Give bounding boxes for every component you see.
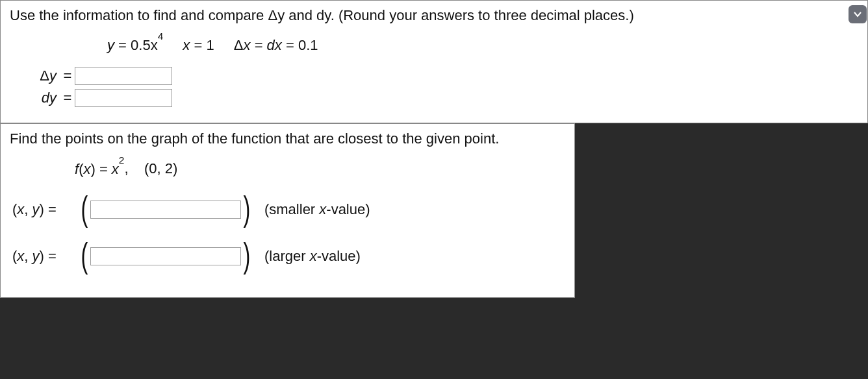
eq-y-exp: 4 bbox=[158, 31, 164, 42]
equals-sign: = bbox=[44, 248, 57, 264]
paren-close: ) bbox=[244, 191, 251, 226]
hint-smaller: (smaller x-value)(smaller x-value) bbox=[264, 201, 370, 218]
paren-open: ( bbox=[81, 191, 88, 226]
given-point: (0, 2) bbox=[144, 161, 177, 177]
answer-row-larger: (x, y) = ( ) (larger x-value)(larger x-v… bbox=[10, 239, 565, 274]
problem-2-instructions: Find the points on the graph of the func… bbox=[10, 130, 565, 147]
equals-sign: = bbox=[44, 201, 57, 217]
equals-sign: = bbox=[60, 90, 75, 106]
hint-larger: (larger x-value)(larger x-value) bbox=[264, 248, 361, 265]
input-point-larger[interactable] bbox=[90, 247, 241, 265]
paren-close: ) bbox=[244, 238, 251, 273]
paren-open: ( bbox=[81, 238, 88, 273]
eq-x: x x = 1= 1 bbox=[183, 37, 214, 53]
answer-row-dy: dy = bbox=[14, 89, 858, 107]
problem-2: Find the points on the graph of the func… bbox=[0, 123, 575, 297]
chevron-down-icon bbox=[852, 9, 863, 19]
eq-dx: Δx = dx = 0.1Δx = dx = 0.1 bbox=[234, 37, 318, 53]
equals-sign: = bbox=[60, 67, 75, 84]
eq-y-val: = 0.5x bbox=[114, 37, 158, 53]
problem-1-instructions: Use the information to find and compare … bbox=[10, 7, 858, 24]
answer-row-delta-y: ΔyΔy = bbox=[14, 67, 858, 85]
label-delta-y: ΔyΔy bbox=[14, 67, 60, 84]
input-dy[interactable] bbox=[75, 89, 172, 107]
dropdown-toggle[interactable] bbox=[849, 5, 867, 23]
problem-1-given: y = 0.5x4 x x = 1= 1 Δx = dx = 0.1Δx = d… bbox=[107, 36, 858, 54]
problem-1: Use the information to find and compare … bbox=[0, 0, 868, 123]
func-sep: , bbox=[124, 161, 128, 177]
xy-label: (x, y) = bbox=[10, 248, 79, 265]
eq-y: y = 0.5x4 bbox=[107, 37, 167, 53]
xy-label: (x, y) = bbox=[10, 201, 79, 218]
answer-row-smaller: (x, y) = ( ) (smaller x-value)(smaller x… bbox=[10, 192, 565, 227]
input-delta-y[interactable] bbox=[75, 67, 172, 85]
problem-2-given: f(x) = x2, (0, 2) f(x) = x bbox=[75, 159, 565, 177]
func-exp: 2 bbox=[119, 154, 125, 165]
eq-y-var: y bbox=[107, 37, 114, 53]
input-point-smaller[interactable] bbox=[90, 201, 241, 219]
label-dy: dy bbox=[14, 90, 60, 106]
func-fx: f(x) = x2 bbox=[75, 161, 124, 177]
